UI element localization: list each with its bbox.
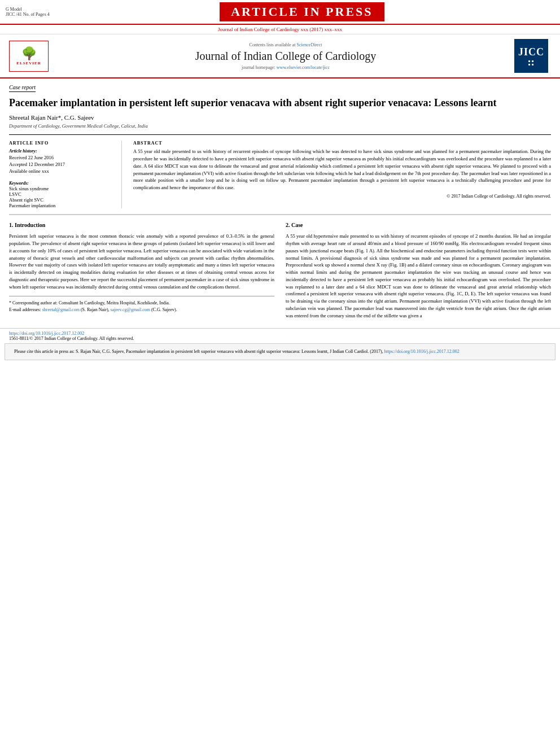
journal-title: Journal of Indian College of Cardiology <box>65 50 506 63</box>
email1-link[interactable]: shreetal@gmail.com <box>42 307 80 312</box>
footnote-email: E-mail addresses: shreetal@gmail.com (S.… <box>9 307 274 313</box>
journal-citation-line: Journal of Indian College of Cardiology … <box>0 25 560 34</box>
journal-center: Contents lists available at ScienceDirec… <box>65 42 506 70</box>
article-in-press-banner: ARTICLE IN PRESS <box>220 2 384 21</box>
issn-line: 1561-8811/© 2017 Indian College of Cardi… <box>9 336 134 341</box>
section-separator <box>9 214 551 215</box>
accepted-date: Accepted 12 December 2017 <box>9 161 115 167</box>
model-info: G Model JICC /41 No. of Pages 4 <box>6 7 50 17</box>
available-online: Available online xxx <box>9 168 115 174</box>
jicc-logo-container: JICC ■ ■■ ■ <box>511 39 551 73</box>
article-info-col: ARTICLE INFO Article history: Received 2… <box>9 141 122 208</box>
journal-homepage: journal homepage: www.elsevier.com/locat… <box>65 65 506 70</box>
section1-text: Persistent left superior venacava is the… <box>9 233 274 290</box>
keyword-1: Sick sinus syndrome <box>9 186 115 191</box>
abstract-col: ABSTRACT A 55 year old male presented to… <box>133 141 551 208</box>
jicc-logo: JICC ■ ■■ ■ <box>514 39 548 73</box>
section1-title: 1. Introduction <box>9 221 274 229</box>
journal-header: 🌳 ELSEVIER Contents lists available at S… <box>0 34 560 78</box>
case-report-label: Case report <box>9 84 36 92</box>
section2-text: A 55 year old hypertensive male presente… <box>286 233 551 319</box>
keyword-4: Pacemaker implantation <box>9 203 115 208</box>
elsevier-logo: 🌳 ELSEVIER <box>9 41 49 72</box>
abstract-text: A 55 year old male presented to us with … <box>133 148 551 191</box>
footnote-star: * Corresponding author at: Consultant In… <box>9 300 274 306</box>
keyword-2: LSVC <box>9 191 115 197</box>
elsevier-logo-container: 🌳 ELSEVIER <box>9 41 60 72</box>
contents-line: Contents lists available at ScienceDirec… <box>65 42 506 47</box>
section2-title: 2. Case <box>286 221 551 229</box>
authors: Shreetal Rajan Nair*, C.G. Sajeev <box>9 114 551 121</box>
intro-col: 1. Introduction Persistent left superior… <box>9 221 274 322</box>
article-title: Pacemaker implantation in persistent lef… <box>9 97 551 110</box>
main-content: Case report Pacemaker implantation in pe… <box>0 78 560 328</box>
copyright-line: © 2017 Indian College of Cardiology. All… <box>133 194 551 199</box>
journal-homepage-link[interactable]: www.elsevier.com/locate/jicc <box>277 65 330 70</box>
elsevier-tree-icon: 🌳 <box>21 46 37 61</box>
doi-bar: https://doi.org/10.1016/j.jicc.2017.12.0… <box>0 328 560 343</box>
affiliation: Department of Cardiology, Government Med… <box>9 123 551 129</box>
article-history-label: Article history: <box>9 148 115 154</box>
footnotes: * Corresponding author at: Consultant In… <box>9 296 274 312</box>
keyword-3: Absent right SVC <box>9 197 115 203</box>
elsevier-text: ELSEVIER <box>16 61 41 65</box>
received-date: Received 22 June 2016 <box>9 155 115 160</box>
case-col: 2. Case A 55 year old hypertensive male … <box>286 221 551 322</box>
sciencedirect-link[interactable]: ScienceDirect <box>297 42 322 47</box>
citation-notice: Please cite this article in press as: S.… <box>5 343 555 360</box>
article-info-abstract: ARTICLE INFO Article history: Received 2… <box>9 134 551 208</box>
top-banner: G Model JICC /41 No. of Pages 4 ARTICLE … <box>0 0 560 25</box>
email2-link[interactable]: sajeev.cg@gmail.com <box>111 307 150 312</box>
keywords-label: Keywords: <box>9 181 115 186</box>
doi-link[interactable]: https://doi.org/10.1016/j.jicc.2017.12.0… <box>9 331 84 336</box>
citation-doi-link[interactable]: https://doi.org/10.1016/j.jicc.2017.12.0… <box>384 349 460 354</box>
body-content: 1. Introduction Persistent left superior… <box>9 221 551 322</box>
